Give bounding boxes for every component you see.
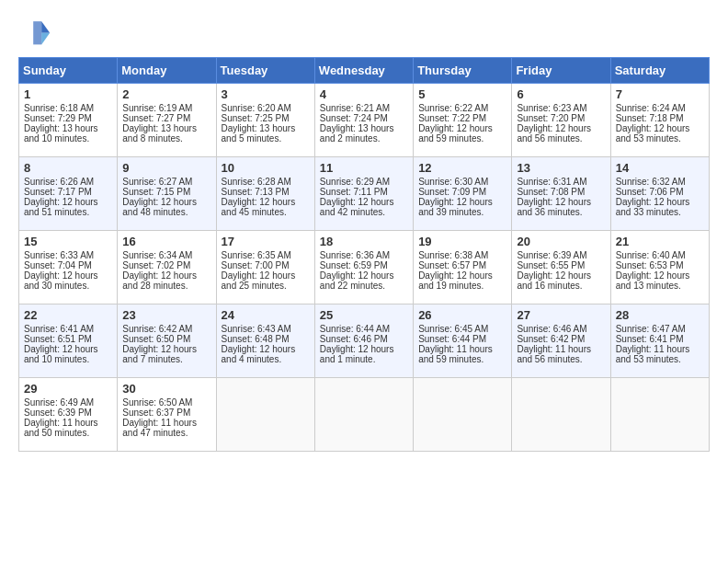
sunrise: Sunrise: 6:42 AM	[122, 324, 192, 334]
daylight: Daylight: 12 hours and 45 minutes.	[222, 197, 296, 217]
day-cell: 7Sunrise: 6:24 AMSunset: 7:18 PMDaylight…	[610, 84, 709, 157]
header-cell-thursday: Thursday	[414, 58, 512, 84]
day-number: 8	[24, 161, 112, 175]
day-number: 30	[122, 382, 210, 396]
sunrise: Sunrise: 6:35 AM	[222, 250, 291, 260]
day-number: 23	[122, 308, 210, 322]
day-number: 12	[418, 161, 506, 175]
day-cell	[414, 378, 512, 452]
sunset: Sunset: 7:29 PM	[24, 113, 92, 123]
sunrise: Sunrise: 6:21 AM	[320, 103, 390, 113]
day-number: 14	[616, 161, 704, 175]
sunrise: Sunrise: 6:28 AM	[222, 177, 291, 187]
sunset: Sunset: 6:37 PM	[122, 408, 190, 418]
sunrise: Sunrise: 6:46 AM	[517, 324, 586, 334]
day-number: 17	[222, 235, 310, 248]
day-cell: 6Sunrise: 6:23 AMSunset: 7:20 PMDaylight…	[512, 84, 610, 157]
week-row-4: 22Sunrise: 6:41 AMSunset: 6:51 PMDayligh…	[19, 304, 710, 378]
sunset: Sunset: 7:08 PM	[517, 187, 585, 197]
day-cell: 3Sunrise: 6:20 AMSunset: 7:25 PMDaylight…	[216, 84, 314, 157]
day-cell: 26Sunrise: 6:45 AMSunset: 6:44 PMDayligh…	[414, 304, 512, 378]
sunset: Sunset: 7:27 PM	[122, 113, 190, 123]
sunset: Sunset: 6:39 PM	[24, 408, 92, 418]
daylight: Daylight: 12 hours and 10 minutes.	[24, 344, 98, 364]
daylight: Daylight: 12 hours and 39 minutes.	[418, 197, 493, 217]
day-cell: 16Sunrise: 6:34 AMSunset: 7:02 PMDayligh…	[118, 231, 216, 304]
header-cell-sunday: Sunday	[19, 58, 118, 84]
daylight: Daylight: 12 hours and 7 minutes.	[122, 344, 197, 364]
day-cell	[610, 378, 709, 452]
day-number: 24	[222, 308, 310, 322]
day-number: 26	[418, 308, 506, 322]
calendar-body: 1Sunrise: 6:18 AMSunset: 7:29 PMDaylight…	[19, 84, 710, 452]
daylight: Daylight: 13 hours and 2 minutes.	[320, 123, 394, 144]
daylight: Daylight: 12 hours and 4 minutes.	[222, 344, 296, 364]
sunrise: Sunrise: 6:22 AM	[418, 103, 488, 113]
sunset: Sunset: 7:04 PM	[24, 260, 92, 270]
daylight: Daylight: 12 hours and 22 minutes.	[320, 270, 394, 291]
day-number: 11	[320, 161, 408, 175]
week-row-2: 8Sunrise: 6:26 AMSunset: 7:17 PMDaylight…	[19, 157, 710, 231]
sunset: Sunset: 6:59 PM	[320, 260, 388, 270]
week-row-3: 15Sunrise: 6:33 AMSunset: 7:04 PMDayligh…	[19, 231, 710, 304]
week-row-1: 1Sunrise: 6:18 AMSunset: 7:29 PMDaylight…	[19, 84, 710, 157]
sunrise: Sunrise: 6:45 AM	[418, 324, 488, 334]
sunrise: Sunrise: 6:27 AM	[122, 177, 192, 187]
daylight: Daylight: 11 hours and 56 minutes.	[517, 344, 591, 364]
day-number: 21	[616, 235, 704, 248]
day-number: 27	[517, 308, 605, 322]
day-cell: 15Sunrise: 6:33 AMSunset: 7:04 PMDayligh…	[19, 231, 118, 304]
day-number: 9	[122, 161, 210, 175]
sunset: Sunset: 6:42 PM	[517, 334, 585, 344]
page-header	[18, 15, 710, 48]
sunset: Sunset: 6:53 PM	[616, 260, 684, 270]
daylight: Daylight: 12 hours and 53 minutes.	[616, 123, 690, 144]
day-number: 2	[122, 87, 210, 101]
daylight: Daylight: 12 hours and 25 minutes.	[222, 270, 296, 291]
sunset: Sunset: 7:02 PM	[122, 260, 190, 270]
day-cell: 4Sunrise: 6:21 AMSunset: 7:24 PMDaylight…	[314, 84, 413, 157]
sunrise: Sunrise: 6:44 AM	[320, 324, 390, 334]
daylight: Daylight: 12 hours and 30 minutes.	[24, 270, 98, 291]
sunset: Sunset: 7:06 PM	[616, 187, 684, 197]
day-cell: 28Sunrise: 6:47 AMSunset: 6:41 PMDayligh…	[610, 304, 709, 378]
daylight: Daylight: 13 hours and 10 minutes.	[24, 123, 98, 144]
sunset: Sunset: 7:20 PM	[517, 113, 585, 123]
sunset: Sunset: 7:13 PM	[222, 187, 290, 197]
day-cell: 19Sunrise: 6:38 AMSunset: 6:57 PMDayligh…	[414, 231, 512, 304]
day-number: 22	[24, 308, 112, 322]
logo-icon	[18, 15, 51, 48]
day-cell: 22Sunrise: 6:41 AMSunset: 6:51 PMDayligh…	[19, 304, 118, 378]
day-number: 3	[222, 87, 310, 101]
day-cell: 23Sunrise: 6:42 AMSunset: 6:50 PMDayligh…	[118, 304, 216, 378]
day-cell: 29Sunrise: 6:49 AMSunset: 6:39 PMDayligh…	[19, 378, 118, 452]
day-number: 28	[616, 308, 704, 322]
day-cell: 10Sunrise: 6:28 AMSunset: 7:13 PMDayligh…	[216, 157, 314, 231]
day-cell: 21Sunrise: 6:40 AMSunset: 6:53 PMDayligh…	[610, 231, 709, 304]
daylight: Daylight: 12 hours and 42 minutes.	[320, 197, 394, 217]
sunset: Sunset: 6:50 PM	[122, 334, 190, 344]
daylight: Daylight: 12 hours and 13 minutes.	[616, 270, 690, 291]
sunset: Sunset: 7:25 PM	[222, 113, 290, 123]
day-number: 7	[616, 87, 704, 101]
day-cell: 20Sunrise: 6:39 AMSunset: 6:55 PMDayligh…	[512, 231, 610, 304]
day-number: 19	[418, 235, 506, 248]
sunset: Sunset: 7:22 PM	[418, 113, 486, 123]
day-number: 20	[517, 235, 605, 248]
day-cell: 8Sunrise: 6:26 AMSunset: 7:17 PMDaylight…	[19, 157, 118, 231]
daylight: Daylight: 12 hours and 19 minutes.	[418, 270, 493, 291]
sunset: Sunset: 6:46 PM	[320, 334, 388, 344]
sunrise: Sunrise: 6:24 AM	[616, 103, 686, 113]
header-cell-saturday: Saturday	[610, 58, 709, 84]
header-cell-tuesday: Tuesday	[216, 58, 314, 84]
day-number: 13	[517, 161, 605, 175]
day-cell: 14Sunrise: 6:32 AMSunset: 7:06 PMDayligh…	[610, 157, 709, 231]
sunset: Sunset: 6:44 PM	[418, 334, 486, 344]
day-cell: 24Sunrise: 6:43 AMSunset: 6:48 PMDayligh…	[216, 304, 314, 378]
day-cell: 1Sunrise: 6:18 AMSunset: 7:29 PMDaylight…	[19, 84, 118, 157]
day-cell	[512, 378, 610, 452]
sunrise: Sunrise: 6:43 AM	[222, 324, 291, 334]
sunrise: Sunrise: 6:40 AM	[616, 250, 686, 260]
sunset: Sunset: 6:55 PM	[517, 260, 585, 270]
daylight: Daylight: 12 hours and 28 minutes.	[122, 270, 197, 291]
